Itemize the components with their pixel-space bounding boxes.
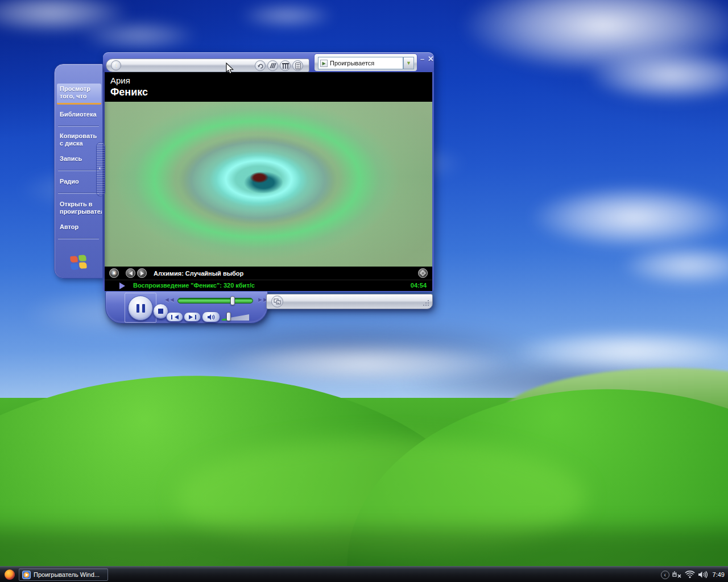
playlist-selector-value: Проигрывается [330, 60, 374, 66]
cloud [80, 20, 199, 51]
taskbar-button-wmp[interactable]: Проигрыватель Wind... [19, 568, 108, 581]
menu-item-rip[interactable]: Копировать с диска [60, 132, 102, 148]
menu-item-label: Автор [60, 223, 78, 230]
triangle-left-icon [127, 271, 133, 276]
menu-collapse-handle[interactable]: ‹ [96, 142, 105, 197]
wmp-window: Просмотр того, что Библиотека Копировать… [54, 52, 435, 326]
cloud [620, 244, 728, 287]
menu-divider [58, 193, 99, 194]
menu-item-open-in-player[interactable]: Открыть в проигрывателе [60, 201, 102, 217]
fullscreen-icon [420, 270, 426, 276]
wireless-network-icon[interactable] [685, 571, 695, 579]
wmp-body: Ария Феникс ✳ Алхимия: Сл [103, 72, 434, 292]
next-icon [195, 315, 196, 319]
previous-track-button[interactable] [166, 312, 183, 322]
minimize-icon: – [420, 55, 424, 63]
stop-icon [158, 309, 163, 314]
visualization-title: Алхимия: Случайный выбор [154, 270, 243, 277]
menu-item-burn[interactable]: Запись [60, 155, 102, 163]
track-name: Феникс [110, 86, 432, 98]
seek-bar[interactable] [177, 298, 253, 304]
menu-item-radio[interactable]: Радио [60, 178, 102, 186]
playlist-selector-dropdown-button[interactable]: ▼ [403, 57, 414, 69]
return-to-full-mode-button[interactable] [255, 60, 266, 71]
pause-icon [136, 304, 139, 313]
chevron-down-icon: ▼ [406, 60, 411, 66]
playlist-button[interactable] [292, 60, 303, 71]
rewind-button[interactable]: ◄◄ [164, 296, 174, 303]
menu-item-label: Открыть в проигрывателе [60, 201, 102, 215]
menu-item-author[interactable]: Автор [60, 223, 102, 231]
pause-button[interactable] [128, 296, 153, 321]
menu-item-label: Библиотека [60, 111, 97, 118]
switch-mode-icon [274, 298, 281, 305]
windows-logo-icon [70, 255, 88, 271]
elapsed-time: 04:54 [411, 282, 427, 289]
switch-to-full-mode-button[interactable] [271, 296, 283, 307]
mouse-cursor [226, 63, 235, 75]
visualization-canvas[interactable] [105, 102, 432, 267]
menu-item-label: Просмотр того, что [60, 85, 90, 99]
menu-divider [58, 170, 99, 171]
volume-icon[interactable] [698, 571, 708, 579]
taskbar-clock: 7:49 [713, 571, 725, 578]
resize-updown-button[interactable]: ▲ ▼ [111, 60, 121, 70]
menu-divider [58, 238, 99, 239]
menu-item-label: Копировать с диска [60, 132, 97, 147]
equalizer-settings-button[interactable] [280, 60, 291, 71]
playback-status-text: Воспроизведение "Феникс": 320 кбит/с [133, 282, 255, 289]
triangle-right-icon [140, 271, 146, 276]
minimize-button[interactable]: – [420, 55, 424, 63]
menu-divider [58, 126, 99, 127]
artist-name: Ария [110, 76, 432, 85]
taskbar-button-label: Проигрыватель Wind... [34, 571, 100, 578]
wmp-titlebar[interactable]: ▲ ▼ [103, 52, 434, 72]
mute-button[interactable] [202, 311, 220, 322]
visualization-icon [271, 63, 275, 68]
close-button[interactable]: ✕ [428, 55, 434, 63]
chevron-left-icon: ‹ [99, 165, 101, 171]
asterisk-icon: ✳ [111, 268, 116, 278]
next-icon [189, 315, 195, 319]
track-info: Ария Феникс [105, 72, 432, 102]
close-icon: ✕ [428, 55, 434, 63]
next-track-button[interactable] [184, 312, 201, 322]
transport-panel: ◄◄ ►► [105, 292, 268, 323]
chevron-down-icon: ▼ [115, 65, 118, 68]
previous-icon [172, 315, 179, 319]
tray-expand-button[interactable]: ‹ [661, 571, 669, 579]
cloud [239, 3, 336, 28]
fullscreen-button[interactable] [418, 268, 428, 278]
resize-grip[interactable] [423, 300, 429, 306]
menu-item-now-playing[interactable]: Просмотр того, что [57, 84, 101, 105]
cloud [529, 185, 728, 250]
play-state-icon: ▶ [320, 60, 328, 67]
menu-item-library[interactable]: Библиотека [60, 111, 102, 119]
wmp-main-window: ▲ ▼ [103, 52, 434, 324]
speaker-icon [207, 314, 216, 321]
undo-arrow-icon [257, 63, 264, 69]
mode-switch-bar [266, 294, 433, 309]
wmp-toolbar: ▲ ▼ [106, 59, 309, 72]
wmp-icon [22, 571, 31, 579]
pause-icon [142, 304, 145, 313]
playback-status-bar: Воспроизведение "Феникс": 320 кбит/с 04:… [105, 280, 432, 291]
previous-visualization-button[interactable] [126, 268, 135, 278]
playlist-selector-panel: ▶ Проигрывается ▼ [314, 53, 417, 72]
playing-icon [119, 282, 129, 289]
taskbar: Проигрыватель Wind... ‹ 7:49 [0, 566, 728, 582]
volume-thumb[interactable] [226, 312, 231, 321]
playlist-icon [295, 63, 301, 69]
equalizer-icon [283, 63, 288, 69]
visualization-options-button[interactable] [267, 60, 278, 71]
seek-thumb[interactable] [230, 296, 235, 305]
next-visualization-button[interactable] [137, 268, 147, 278]
now-playing-area: Ария Феникс ✳ Алхимия: Сл [105, 72, 432, 291]
chevron-left-icon: ‹ [664, 572, 665, 578]
safely-remove-hardware-icon[interactable] [672, 571, 682, 579]
system-tray: ‹ 7:49 [661, 567, 725, 582]
firefox-icon[interactable] [5, 569, 15, 580]
menu-item-label: Запись [60, 155, 82, 162]
select-visualization-button[interactable]: ✳ [109, 268, 119, 278]
playlist-selector[interactable]: ▶ Проигрывается [318, 57, 403, 69]
